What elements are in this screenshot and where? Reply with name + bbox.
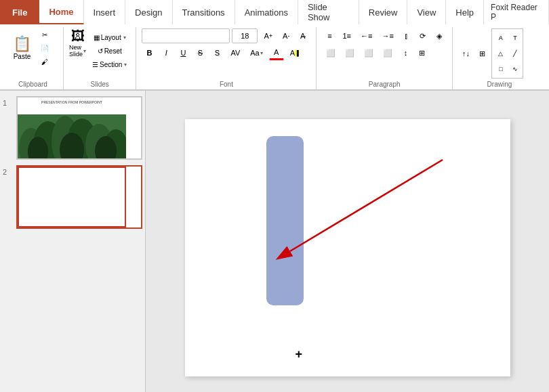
highlight-color-button[interactable]: A▐ [286,45,303,60]
paste-button[interactable]: 📋 Paste [8,29,36,67]
slide-thumb-1[interactable]: 1 PRESENTATION FROM POWERPOINT [3,96,142,160]
justify-button[interactable]: ⬜ [379,45,396,60]
shapes-panel: A T △ ╱ □ ∿ [491,28,523,79]
slides-group: 🖼 NewSlide ▾ ▦ Layout ▾ ↺ Reset ☰ [64,27,136,89]
cut-button[interactable]: ✂ [37,28,52,41]
columns2-button[interactable]: ⊞ [414,45,429,60]
slide-canvas[interactable]: + [185,119,510,376]
columns-button[interactable]: ⫿ [399,28,414,43]
slide-image-1[interactable]: PRESENTATION FROM POWERPOINT [16,96,142,160]
font-group: A+ A- A̶ B I U S S AV Aa▾ A A▐ Font [136,27,317,89]
slide1-forest [18,114,126,158]
slide-preview-1: PRESENTATION FROM POWERPOINT [18,97,126,158]
tab-foxit[interactable]: Foxit Reader P [484,0,549,24]
strikethrough-button[interactable]: S [192,45,207,60]
tab-file[interactable]: File [0,0,39,24]
tab-help[interactable]: Help [446,0,484,24]
direction-button[interactable]: ⟳ [415,28,430,43]
slide-image-2[interactable] [16,165,142,229]
font-family-input[interactable] [142,28,230,43]
font-decrease-button[interactable]: A- [279,28,293,43]
font-row2: B I U S S AV Aa▾ A A▐ [142,45,302,60]
underline-button[interactable]: U [176,45,190,60]
tab-view[interactable]: View [407,0,446,24]
crosshair-cursor: + [296,347,303,362]
slide-thumb-2[interactable]: 2 [3,165,142,229]
main-area: 1 PRESENTATION FROM POWERPOINT [0,91,549,392]
arrange-button[interactable]: ⊞ [475,28,490,79]
font-increase-button[interactable]: A+ [260,28,277,43]
clipboard-row: 📋 Paste ✂ 📄 🖌 [8,28,52,68]
shapes-toolbar: ↑↓ ⊞ A T △ ╱ □ ∿ [458,28,523,79]
para-row1: ≡ 1≡ ←≡ →≡ ⫿ ⟳ ◈ [322,28,446,43]
slide-num-1: 1 [3,99,12,107]
triangle-button[interactable]: △ [493,46,508,61]
rect-shape-button[interactable]: □ [493,62,508,77]
clipboard-group: 📋 Paste ✂ 📄 🖌 Clipboard [3,27,64,89]
bold-button[interactable]: B [142,45,157,60]
tab-home[interactable]: Home [39,0,83,24]
reset-button[interactable]: ↺ Reset [89,45,130,57]
section-button[interactable]: ☰ Section ▾ [89,58,130,70]
paragraph-group: ≡ 1≡ ←≡ →≡ ⫿ ⟳ ◈ ⬜ ⬜ ⬜ ⬜ ↕ ⊞ Paragraph [317,27,452,89]
new-slide-icon: 🖼 [71,28,85,44]
slides-row: 🖼 NewSlide ▾ ▦ Layout ▾ ↺ Reset ☰ [69,28,130,70]
drawing-group: ↑↓ ⊞ A T △ ╱ □ ∿ Drawing [453,27,546,89]
ribbon: File Home Insert Design Transitions Anim… [0,0,549,91]
font-row1: A+ A- A̶ [142,28,310,43]
annotation-arrow [185,119,510,376]
canvas-area[interactable]: + [146,91,549,392]
tab-animations[interactable]: Animations [235,0,298,24]
char-spacing-button[interactable]: AV [226,45,244,60]
tab-insert[interactable]: Insert [84,0,126,24]
new-slide-button[interactable]: 🖼 NewSlide ▾ [69,28,86,58]
format-painter-icon: 🖌 [41,58,48,66]
tab-bar: File Home Insert Design Transitions Anim… [0,0,549,24]
svg-line-11 [290,160,443,251]
tab-transitions[interactable]: Transitions [173,0,235,24]
convert-smartart-button[interactable]: ◈ [432,28,447,43]
layout-icon: ▦ [94,34,100,41]
paste-icon: 📋 [13,37,31,51]
slide-num-2: 2 [3,168,12,176]
font-label: Font [136,81,316,88]
tab-review[interactable]: Review [359,0,408,24]
cut-icon: ✂ [42,31,47,39]
numbering-button[interactable]: 1≡ [338,28,355,43]
copy-icon: 📄 [41,45,49,52]
align-left-button[interactable]: ⬜ [322,45,340,60]
change-case-button[interactable]: Aa▾ [246,45,266,60]
tab-slideshow[interactable]: Slide Show [298,0,359,24]
drawing-label: Drawing [453,81,546,88]
copy-button[interactable]: 📄 [37,42,52,54]
slide1-title: PRESENTATION FROM POWERPOINT [18,97,126,107]
text-shape-button[interactable]: A [493,30,508,45]
font-size-input[interactable] [232,28,258,43]
reset-icon: ↺ [98,47,103,55]
para-row2: ⬜ ⬜ ⬜ ⬜ ↕ ⊞ [322,45,429,60]
shadow-button[interactable]: S [209,45,224,60]
italic-button[interactable]: I [159,45,174,60]
slide-panel: 1 PRESENTATION FROM POWERPOINT [0,91,146,392]
clear-format-button[interactable]: A̶ [296,28,310,43]
text-box-button[interactable]: T [508,30,523,45]
increase-indent-button[interactable]: →≡ [378,28,397,43]
shape-rounded-rect[interactable] [266,136,304,305]
sort-button[interactable]: ↑↓ [458,28,474,79]
ribbon-content: 📋 Paste ✂ 📄 🖌 Clipboard [0,24,549,90]
align-right-button[interactable]: ⬜ [360,45,378,60]
clipboard-label: Clipboard [3,81,63,88]
line-button[interactable]: ╱ [508,46,523,61]
format-painter-button[interactable]: 🖌 [37,56,52,68]
layout-button[interactable]: ▦ Layout ▾ [89,31,130,43]
slide-preview-2 [18,167,126,227]
drawing-row1: ↑↓ ⊞ A T △ ╱ □ ∿ [458,28,523,79]
align-center-button[interactable]: ⬜ [341,45,359,60]
font-color-button[interactable]: A [269,45,284,60]
curve-button[interactable]: ∿ [508,62,523,77]
tab-design[interactable]: Design [125,0,172,24]
line-spacing-button[interactable]: ↕ [398,45,413,60]
decrease-indent-button[interactable]: ←≡ [357,28,376,43]
section-icon: ☰ [92,61,98,68]
bullets-button[interactable]: ≡ [322,28,337,43]
